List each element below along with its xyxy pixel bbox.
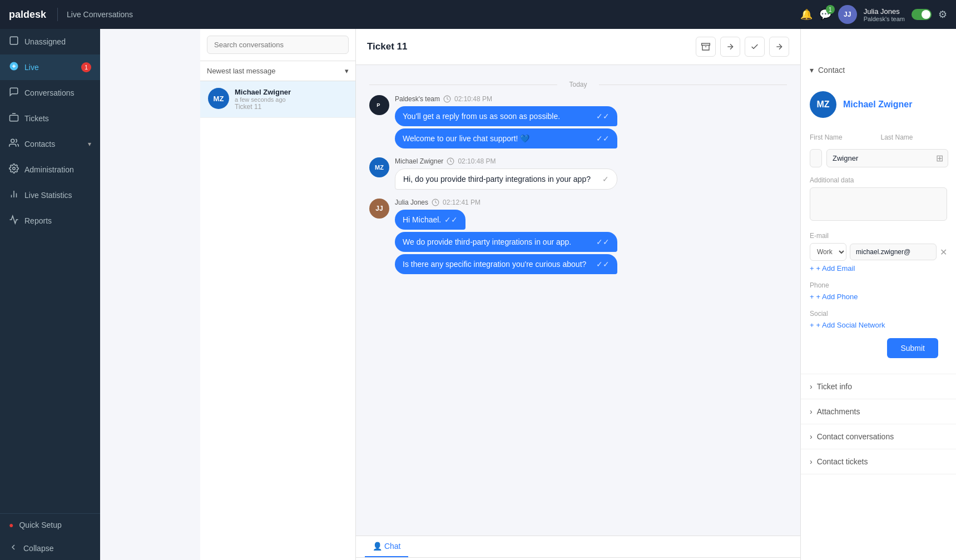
- sidebar-label-administration: Administration: [24, 165, 74, 174]
- svg-rect-2: [10, 115, 18, 121]
- sidebar-item-live-statistics[interactable]: Live Statistics: [0, 182, 100, 208]
- msg-content: Paldesk's team 02:10:48 PM You'll get a …: [395, 95, 787, 148]
- add-email-label: + Add Email: [816, 264, 855, 272]
- add-phone-button[interactable]: + + Add Phone: [810, 293, 947, 301]
- sidebar-item-tickets[interactable]: Tickets: [0, 106, 100, 131]
- contact-name[interactable]: Michael Zwigner: [843, 100, 912, 110]
- message-group-3: JJ Julia Jones 02:12:41 PM Hi Michael. ✓…: [369, 199, 787, 274]
- sidebar-item-administration[interactable]: Administration: [0, 157, 100, 182]
- sender-info: Michael Zwigner 02:10:48 PM: [395, 157, 787, 165]
- chat-tab-icon: 👤: [373, 542, 382, 551]
- resolve-button[interactable]: [745, 37, 765, 57]
- content-area: Newest last message ▾ MZ Michael Zwigner…: [200, 0, 956, 560]
- header-right: 🔔 💬 1 JJ Julia Jones Paldesk's team ⚙: [800, 5, 947, 24]
- conv-avatar: MZ: [208, 88, 229, 109]
- add-email-button[interactable]: + + Add Email: [810, 264, 947, 272]
- top-header: paldesk Live Conversations 🔔 💬 1 JJ Juli…: [0, 0, 956, 29]
- header-title: Live Conversations: [67, 10, 133, 19]
- notifications-icon[interactable]: 🔔: [800, 8, 813, 21]
- social-field-group: Social + + Add Social Network: [810, 310, 947, 329]
- sidebar: Unassigned Live 1 Conversations Tickets …: [0, 0, 100, 560]
- contact-tickets-label: Contact tickets: [817, 457, 868, 466]
- avatar[interactable]: JJ: [838, 5, 857, 24]
- sender-info: Julia Jones 02:12:41 PM: [395, 199, 787, 206]
- sidebar-item-live[interactable]: Live 1: [0, 54, 100, 80]
- chat-badge: 1: [826, 5, 835, 14]
- status-toggle[interactable]: [912, 9, 932, 20]
- date-divider: Today: [369, 81, 787, 88]
- contacts-icon: [9, 138, 19, 150]
- additional-data-input[interactable]: [810, 187, 947, 221]
- add-social-button[interactable]: + + Add Social Network: [810, 321, 947, 329]
- archive-button[interactable]: [696, 37, 716, 57]
- sidebar-item-collapse[interactable]: Collapse: [0, 536, 100, 560]
- name-fields: First Name Last Name ⊞: [810, 133, 947, 167]
- copy-icon[interactable]: ⊞: [932, 153, 948, 163]
- ticket-info-header[interactable]: › Ticket info: [801, 374, 956, 399]
- sidebar-item-unassigned[interactable]: Unassigned: [0, 29, 100, 54]
- close-button[interactable]: [769, 37, 789, 57]
- phone-label: Phone: [810, 281, 947, 289]
- sidebar-label-live: Live: [24, 63, 39, 72]
- contact-section-header[interactable]: ▾ Contact: [801, 58, 956, 82]
- sidebar-label-collapse: Collapse: [23, 544, 53, 553]
- ticket-info-label: Ticket info: [817, 382, 852, 391]
- contact-avatar: MZ: [810, 91, 836, 118]
- user-team: Paldesk's team: [864, 16, 905, 22]
- sidebar-item-reports[interactable]: Reports: [0, 208, 100, 234]
- bubble: Hi Michael. ✓✓: [395, 210, 465, 230]
- chevron-right-icon: ›: [810, 407, 813, 416]
- svg-point-3: [11, 139, 14, 142]
- main-chat: Ticket 11 Today: [356, 29, 800, 560]
- collapse-icon: [9, 543, 18, 553]
- ticket-info-section: › Ticket info: [801, 374, 956, 399]
- conversation-item[interactable]: MZ Michael Zwigner a few seconds ago Tic…: [200, 81, 355, 118]
- search-input[interactable]: [207, 36, 349, 54]
- conv-ticket: Ticket 11: [235, 103, 348, 111]
- submit-button[interactable]: Submit: [887, 338, 938, 358]
- bubble-text: Welcome to our live chat support! 💙: [403, 134, 593, 143]
- search-area: [200, 29, 355, 61]
- attachments-header[interactable]: › Attachments: [801, 399, 956, 424]
- email-type-select[interactable]: Work: [810, 243, 846, 261]
- sidebar-label-tickets: Tickets: [24, 114, 49, 123]
- chat-body: Today P Paldesk's team 02:10:48 PM: [356, 65, 800, 536]
- contact-section-label: Contact: [818, 66, 845, 75]
- message-row: MZ Michael Zwigner 02:10:48 PM Hi, do yo…: [369, 157, 787, 190]
- message-row: P Paldesk's team 02:10:48 PM You'll get …: [369, 95, 787, 148]
- tick-icon: ✓✓: [596, 260, 610, 269]
- settings-icon[interactable]: ⚙: [938, 8, 947, 21]
- sidebar-item-conversations[interactable]: Conversations: [0, 80, 100, 106]
- tab-chat[interactable]: 👤 Chat: [365, 536, 408, 557]
- tick-icon: ✓✓: [596, 237, 610, 246]
- contacts-chevron: ▾: [88, 140, 91, 148]
- contact-tickets-section: › Contact tickets: [801, 449, 956, 474]
- sender-name: Julia Jones: [395, 199, 428, 206]
- transfer-button[interactable]: [720, 37, 740, 57]
- chat-notifications-icon[interactable]: 💬 1: [819, 8, 831, 21]
- sender-name: Michael Zwigner: [395, 157, 443, 165]
- chat-header: Ticket 11: [356, 29, 800, 65]
- quick-setup-icon: ●: [9, 521, 13, 529]
- contact-tickets-header[interactable]: › Contact tickets: [801, 449, 956, 474]
- bubble: You'll get a reply from us as soon as po…: [395, 106, 617, 126]
- agent-avatar: JJ: [369, 199, 389, 219]
- contact-form: First Name Last Name ⊞ Additional data: [801, 127, 956, 374]
- first-name-input[interactable]: [810, 149, 822, 167]
- email-value: michael.zwigner@: [850, 244, 937, 260]
- reports-icon: [9, 215, 19, 227]
- first-name-label: First Name: [810, 133, 876, 141]
- last-name-input[interactable]: [827, 150, 932, 167]
- conv-name: Michael Zwigner: [235, 88, 348, 96]
- sidebar-item-quick-setup[interactable]: ● Quick Setup: [0, 514, 100, 536]
- sidebar-item-contacts[interactable]: Contacts ▾: [0, 131, 100, 157]
- user-info: Julia Jones Paldesk's team: [864, 7, 905, 22]
- contact-header: MZ Michael Zwigner: [801, 82, 956, 127]
- filter-dropdown[interactable]: Newest last message ▾: [200, 61, 355, 81]
- conversation-panel: Newest last message ▾ MZ Michael Zwigner…: [200, 29, 356, 560]
- contact-section: ▾ Contact MZ Michael Zwigner First Name …: [801, 58, 956, 374]
- tick-icon: ✓✓: [444, 215, 458, 224]
- remove-email-button[interactable]: ✕: [940, 247, 947, 257]
- contact-conversations-header[interactable]: › Contact conversations: [801, 424, 956, 449]
- administration-icon: [9, 163, 19, 176]
